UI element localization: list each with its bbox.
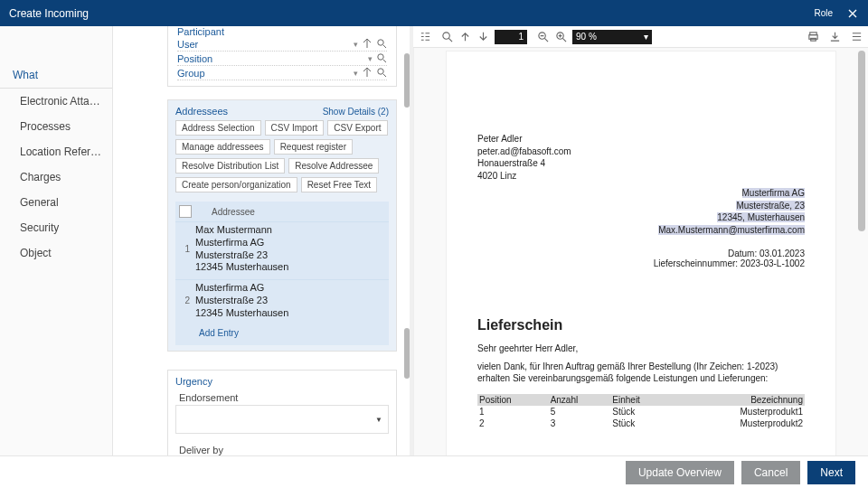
chevron-down-icon[interactable]: ▾ [354, 40, 358, 49]
document-page: Peter Adler peter.ad@fabasoft.com Honaue… [447, 52, 835, 455]
hierarchy-icon[interactable] [362, 67, 373, 80]
user-label: User [177, 39, 354, 50]
show-details-link[interactable]: Show Details (2) [323, 107, 389, 117]
zoom-out-icon[interactable] [536, 31, 549, 43]
chevron-down-icon: ▾ [644, 32, 648, 42]
urgency-section: Urgency Endorsement ▼ Deliver by DD.MM.Y… [167, 370, 397, 455]
row-index: 1 [179, 244, 195, 254]
chevron-down-icon[interactable]: ▾ [354, 69, 358, 78]
search-icon[interactable] [376, 67, 387, 80]
csv-export-button[interactable]: CSV Export [327, 120, 387, 136]
csv-import-button[interactable]: CSV Import [265, 120, 325, 136]
doc-recipient: Musterfirma AG Musterstraße, 23 12345, M… [477, 187, 805, 236]
chevron-down-icon[interactable]: ▾ [368, 54, 373, 63]
endorsement-select[interactable]: ▼ [175, 405, 389, 434]
doc-heading: Lieferschein [477, 317, 805, 333]
addressee-row[interactable]: 2 Musterfirma AG Musterstraße 23 12345 M… [175, 279, 389, 324]
manage-addressees-button[interactable]: Manage addressees [175, 139, 270, 155]
doc-greeting: Sehr geehrter Herr Adler, [477, 343, 805, 355]
resolve-addressee-button[interactable]: Resolve Addressee [288, 158, 379, 174]
update-overview-button[interactable]: Update Overview [626, 461, 734, 484]
user-field[interactable]: User ▾ [177, 37, 387, 51]
nav-item-security[interactable]: Security [0, 215, 112, 240]
endorsement-label: Endorsement [175, 387, 389, 403]
search-icon[interactable] [440, 31, 453, 43]
close-icon[interactable] [846, 7, 859, 20]
next-button[interactable]: Next [807, 461, 855, 484]
download-icon[interactable] [828, 31, 841, 43]
doc-body: vielen Dank, für Ihren Auftrag gemäß Ihr… [477, 361, 805, 385]
doc-meta: Datum: 03.01.2023 Lieferscheinnummer: 20… [477, 249, 805, 268]
urgency-title: Urgency [175, 376, 389, 387]
scrollbar-thumb[interactable] [404, 53, 410, 108]
hierarchy-icon[interactable] [362, 38, 373, 51]
doc-items-table: Position Anzahl Einheit Bezeichnung 1 5 … [477, 394, 805, 429]
position-field[interactable]: Position ▾ [177, 52, 387, 65]
addressee-row[interactable]: 1 Max Mustermann Musterfirma AG Musterst… [175, 221, 389, 279]
position-label: Position [177, 53, 368, 64]
preview-pane: 1 90 %▾ Peter Adler peter.ad@fabasoft.co… [413, 26, 868, 455]
title-bar: Create Incoming Role [0, 0, 868, 26]
zoom-in-icon[interactable] [554, 31, 567, 43]
search-icon[interactable] [376, 38, 387, 51]
preview-scrollbar[interactable] [857, 51, 866, 453]
chevron-down-icon: ▼ [375, 416, 382, 424]
page-number-input[interactable]: 1 [495, 30, 527, 44]
addressees-section: Addressees Show Details (2) Address Sele… [167, 99, 397, 352]
resolve-distribution-button[interactable]: Resolve Distribution List [175, 158, 285, 174]
participant-title: Participant [177, 26, 387, 37]
form-column: Participant User ▾ Position ▾ [113, 26, 410, 455]
addressee-col-header: Addressee [212, 207, 255, 217]
reset-free-text-button[interactable]: Reset Free Text [301, 177, 377, 192]
dialog-footer: Update Overview Cancel Next [0, 455, 868, 488]
preview-viewport[interactable]: Peter Adler peter.ad@fabasoft.com Honaue… [413, 48, 868, 455]
group-label: Group [177, 68, 354, 79]
cancel-button[interactable]: Cancel [741, 461, 800, 484]
arrow-up-icon[interactable] [458, 31, 471, 43]
arrow-down-icon[interactable] [476, 31, 489, 43]
table-row: 1 5 Stück Musterprodukt1 [477, 406, 805, 418]
participant-section: Participant User ▾ Position ▾ [167, 26, 397, 87]
address-selection-button[interactable]: Address Selection [175, 120, 261, 136]
doc-sender: Peter Adler peter.ad@fabasoft.com Honaue… [477, 133, 805, 182]
scrollbar-thumb[interactable] [404, 328, 410, 379]
dialog-title: Create Incoming [9, 7, 814, 20]
outline-icon[interactable] [419, 31, 431, 43]
addressee-table: Addressee 1 Max Mustermann Musterfirma A… [175, 202, 389, 345]
nav-item-charges[interactable]: Charges [0, 164, 112, 190]
create-person-button[interactable]: Create person/organization [175, 177, 297, 192]
add-entry-link[interactable]: Add Entry [175, 324, 389, 345]
nav-item-processes[interactable]: Processes [0, 114, 112, 139]
svg-point-2 [378, 68, 383, 73]
nav-item-general[interactable]: General [0, 190, 112, 215]
group-field[interactable]: Group ▾ [177, 66, 387, 80]
scrollbar-thumb[interactable] [858, 51, 865, 231]
select-all-checkbox[interactable] [179, 205, 192, 218]
addressees-title: Addressees [175, 106, 228, 117]
left-nav: What Electronic Attach… Processes Locati… [0, 26, 113, 455]
preview-toolbar: 1 90 %▾ [413, 26, 868, 48]
search-icon[interactable] [376, 52, 387, 65]
deliver-by-label: Deliver by [175, 439, 389, 455]
svg-point-0 [378, 39, 383, 44]
nav-item-what[interactable]: What [0, 62, 112, 89]
nav-item-attachments[interactable]: Electronic Attach… [0, 89, 112, 114]
svg-point-3 [442, 33, 448, 39]
nav-item-object[interactable]: Object [0, 240, 112, 266]
zoom-select[interactable]: 90 %▾ [572, 30, 652, 44]
row-index: 2 [179, 296, 195, 305]
print-icon[interactable] [807, 31, 819, 43]
table-row: 2 3 Stück Musterprodukt2 [477, 418, 805, 429]
request-register-button[interactable]: Request register [274, 139, 353, 155]
svg-point-1 [378, 53, 383, 59]
menu-icon[interactable] [850, 31, 863, 43]
role-label[interactable]: Role [814, 8, 833, 18]
nav-item-location[interactable]: Location Referen… [0, 139, 112, 164]
